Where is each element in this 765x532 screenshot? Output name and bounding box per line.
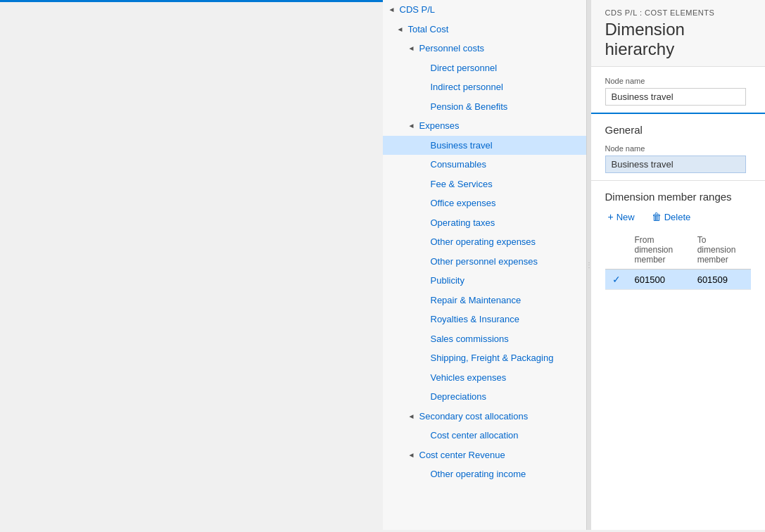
tree-item-business-travel[interactable]: Business travel — [383, 136, 586, 156]
new-button[interactable]: + New — [605, 210, 638, 224]
row-to-0: 601509 — [690, 270, 751, 290]
tree-label-other-operating-expenses: Other operating expenses — [431, 235, 536, 249]
tree-label-indirect-personnel: Indirect personnel — [431, 80, 503, 94]
dimension-ranges-title: Dimension member ranges — [605, 191, 752, 203]
dimension-ranges-section: Dimension member ranges + New 🗑 Delete F… — [591, 181, 766, 297]
tree-label-office-expenses: Office expenses — [431, 196, 496, 210]
col-check — [605, 231, 628, 270]
table-row[interactable]: ✓601500601509 — [605, 270, 752, 290]
tree-item-other-operating-expenses[interactable]: Other operating expenses — [383, 232, 586, 252]
tree-item-other-operating-income[interactable]: Other operating income — [383, 464, 586, 484]
tree-toggle-secondary-cost: ◄ — [408, 411, 417, 422]
tree-label-publicity: Publicity — [431, 274, 464, 288]
right-header: CDS P/L : COST ELEMENTS Dimension hierar… — [591, 0, 766, 67]
left-panel: ◄CDS P/L◄Total Cost◄Personnel costsDirec… — [383, 0, 587, 530]
tree-toggle-expenses: ◄ — [408, 120, 417, 131]
tree-item-cost-center-revenue[interactable]: ◄Cost center Revenue — [383, 445, 586, 465]
tree-toggle-cds-pl: ◄ — [388, 4, 397, 15]
tree-label-business-travel: Business travel — [431, 139, 493, 153]
right-panel: CDS P/L : COST ELEMENTS Dimension hierar… — [591, 0, 766, 530]
tree-toggle-total-cost: ◄ — [397, 24, 405, 34]
col-to: To dimension member — [690, 231, 751, 270]
tree-toggle-cost-center-revenue: ◄ — [408, 450, 417, 460]
tree-item-indirect-personnel[interactable]: Indirect personnel — [383, 77, 586, 97]
tree-item-royalties-insurance[interactable]: Royalties & Insurance — [383, 310, 586, 329]
checkmark-icon: ✓ — [612, 274, 621, 285]
tree-item-fee-services[interactable]: Fee & Services — [383, 175, 586, 194]
tree-item-shipping-freight[interactable]: Shipping, Freight & Packaging — [383, 348, 586, 368]
delete-button[interactable]: 🗑 Delete — [649, 210, 694, 224]
tree-item-repair-maintenance[interactable]: Repair & Maintenance — [383, 291, 586, 310]
node-name-top-section: Node name — [591, 67, 766, 114]
tree-label-vehicles-expenses: Vehicles expenses — [431, 371, 507, 385]
delete-label: Delete — [664, 212, 691, 222]
tree-label-expenses: Expenses — [419, 119, 460, 133]
general-node-name-label: Node name — [605, 144, 752, 153]
general-section-title: General — [605, 124, 752, 136]
tree-item-consumables[interactable]: Consumables — [383, 155, 586, 175]
tree-container: ◄CDS P/L◄Total Cost◄Personnel costsDirec… — [383, 0, 586, 484]
general-node-name-input[interactable] — [605, 156, 746, 173]
new-label: New — [617, 212, 635, 222]
dimension-ranges-table: From dimension member To dimension membe… — [605, 231, 752, 290]
tree-label-cost-center-revenue: Cost center Revenue — [419, 448, 505, 462]
tree-item-secondary-cost[interactable]: ◄Secondary cost allocations — [383, 407, 586, 426]
tree-item-personnel-costs[interactable]: ◄Personnel costs — [383, 39, 586, 58]
top-border — [0, 0, 383, 2]
tree-item-vehicles-expenses[interactable]: Vehicles expenses — [383, 368, 586, 388]
tree-label-total-cost: Total Cost — [408, 23, 449, 37]
page-title: Dimension hierarchy — [605, 20, 752, 59]
plus-icon: + — [608, 211, 614, 222]
tree-item-total-cost[interactable]: ◄Total Cost — [383, 20, 586, 39]
tree-label-other-operating-income: Other operating income — [431, 467, 526, 481]
tree-label-consumables: Consumables — [431, 158, 487, 172]
tree-item-direct-personnel[interactable]: Direct personnel — [383, 58, 586, 78]
tree-label-sales-commissions: Sales commissions — [431, 332, 509, 346]
breadcrumb: CDS P/L : COST ELEMENTS — [605, 8, 752, 17]
tree-label-operating-taxes: Operating taxes — [431, 216, 495, 230]
table-header-row: From dimension member To dimension membe… — [605, 231, 752, 270]
tree-item-expenses[interactable]: ◄Expenses — [383, 116, 586, 136]
tree-item-publicity[interactable]: Publicity — [383, 271, 586, 291]
node-name-top-label: Node name — [605, 77, 752, 85]
tree-item-cost-center-allocation[interactable]: Cost center allocation — [383, 426, 586, 445]
tree-label-fee-services: Fee & Services — [431, 177, 493, 191]
delete-icon: 🗑 — [652, 211, 662, 222]
ranges-toolbar: + New 🗑 Delete — [605, 210, 752, 224]
tree-label-cds-pl: CDS P/L — [400, 3, 436, 17]
row-from-0: 601500 — [628, 270, 690, 290]
tree-label-depreciations: Depreciations — [431, 390, 487, 404]
tree-label-other-personnel-expenses: Other personnel expenses — [431, 255, 538, 269]
tree-label-shipping-freight: Shipping, Freight & Packaging — [431, 351, 554, 365]
tree-item-cds-pl[interactable]: ◄CDS P/L — [383, 0, 586, 20]
tree-item-pension-benefits[interactable]: Pension & Benefits — [383, 97, 586, 117]
tree-label-secondary-cost: Secondary cost allocations — [419, 410, 529, 424]
tree-toggle-personnel-costs: ◄ — [408, 43, 417, 53]
tree-item-operating-taxes[interactable]: Operating taxes — [383, 213, 586, 233]
tree-item-depreciations[interactable]: Depreciations — [383, 387, 586, 407]
tree-label-personnel-costs: Personnel costs — [419, 42, 485, 56]
tree-item-office-expenses[interactable]: Office expenses — [383, 194, 586, 213]
tree-label-royalties-insurance: Royalties & Insurance — [431, 312, 519, 327]
tree-item-other-personnel-expenses[interactable]: Other personnel expenses — [383, 252, 586, 272]
tree-label-pension-benefits: Pension & Benefits — [431, 100, 508, 114]
node-name-top-input[interactable] — [605, 88, 746, 106]
tree-item-sales-commissions[interactable]: Sales commissions — [383, 329, 586, 349]
row-check-0: ✓ — [605, 270, 628, 290]
tree-label-cost-center-allocation: Cost center allocation — [431, 429, 519, 443]
ranges-table-body: ✓601500601509 — [605, 270, 752, 290]
tree-label-repair-maintenance: Repair & Maintenance — [431, 293, 521, 308]
tree-label-direct-personnel: Direct personnel — [431, 61, 498, 75]
general-section: General Node name — [591, 114, 766, 181]
col-from: From dimension member — [628, 231, 690, 270]
